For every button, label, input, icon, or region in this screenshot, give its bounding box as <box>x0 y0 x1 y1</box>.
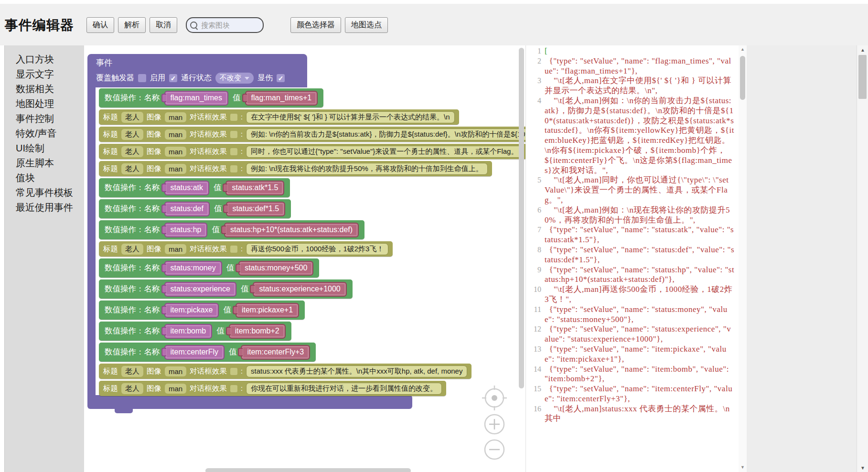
search-box[interactable] <box>186 17 264 33</box>
title-block[interactable]: 标题老人图像man对话框效果:你现在可以重新和我进行对话，进一步看到属性值的改变… <box>99 381 446 396</box>
confirm-button[interactable]: 确认 <box>86 17 114 33</box>
title-block[interactable]: 标题老人图像man对话框效果:在文字中使用${' ${ '}和 } 可以计算并显… <box>99 109 459 125</box>
image-field[interactable]: man <box>165 384 186 394</box>
name-field[interactable]: status:hp <box>164 223 208 237</box>
value-field[interactable]: status:money+500 <box>238 261 313 276</box>
sidebar-item[interactable]: 事件控制 <box>5 111 84 126</box>
sidebar-item[interactable]: 数据相关 <box>5 82 84 97</box>
dialog-text-field[interactable]: status:xxx 代表勇士的某个属性。\n其中xxx可取hp, atk, d… <box>246 365 467 377</box>
name-field[interactable]: flag:man_times <box>164 91 229 106</box>
page-scroll-down-icon[interactable]: ▼ <box>857 463 868 472</box>
dialog-text-field[interactable]: 再送你500金币，1000经验，1破2炸3飞！ <box>246 243 388 255</box>
name-field[interactable]: status:experience <box>164 282 236 297</box>
code-scrollbar-thumb[interactable] <box>740 56 745 100</box>
value-field[interactable]: status:experience+1000 <box>253 282 346 297</box>
zoom-in-button[interactable] <box>485 415 504 434</box>
sidebar-item[interactable]: UI绘制 <box>5 141 84 156</box>
reset-view-button[interactable] <box>482 386 507 410</box>
speaker-field[interactable]: 老人 <box>121 383 143 394</box>
speaker-field[interactable]: 老人 <box>121 129 143 140</box>
dialog-effect-checkbox[interactable] <box>230 368 237 375</box>
title-block[interactable]: 标题老人图像man对话框效果:例如: \n你的当前攻击力是${status:at… <box>99 127 525 142</box>
damage-checkbox[interactable]: ✓ <box>277 74 285 82</box>
sidebar-item[interactable]: 入口方块 <box>5 52 84 67</box>
setvalue-block[interactable]: 数值操作：名称status:atk值status:atk*1.5 <box>99 178 290 197</box>
value-field[interactable]: status:atk*1.5 <box>225 181 284 195</box>
speaker-field[interactable]: 老人 <box>121 244 143 255</box>
dialog-text-field[interactable]: 例如: \n现在我将让你的攻防提升50%，再将攻防和的十倍加到生命值上。 <box>246 163 488 175</box>
trigger-checkbox[interactable] <box>138 74 146 82</box>
speaker-field[interactable]: 老人 <box>121 163 143 174</box>
setvalue-block[interactable]: 数值操作：名称status:hp值status:hp+10*(status:at… <box>99 220 364 239</box>
image-field[interactable]: man <box>165 164 186 174</box>
setvalue-block[interactable]: 数值操作：名称item:centerFly值item:centerFly+3 <box>99 343 316 362</box>
enable-checkbox[interactable]: ✓ <box>169 74 177 82</box>
image-field[interactable]: man <box>165 244 186 254</box>
page-scrollbar[interactable]: ▲ ▼ <box>857 45 868 472</box>
dialog-text-field[interactable]: 在文字中使用${' ${ '}和 } 可以计算并显示一个表达式的结果。\n <box>246 111 455 123</box>
dialog-effect-checkbox[interactable] <box>230 165 237 172</box>
sidebar-item[interactable]: 地图处理 <box>5 97 84 111</box>
code-panel[interactable]: 1[2 {"type": "setValue", "name": "flag:m… <box>525 45 739 472</box>
name-field[interactable]: item:pickaxe <box>164 303 219 318</box>
code-scrollbar[interactable]: ▲ ▼ <box>739 45 747 472</box>
image-field[interactable]: man <box>165 112 186 122</box>
workspace-vscrollbar[interactable] <box>519 48 524 388</box>
zoom-out-button[interactable] <box>485 440 504 459</box>
sidebar-item[interactable]: 常见事件模板 <box>5 185 84 200</box>
dialog-effect-checkbox[interactable] <box>230 148 237 155</box>
sidebar-item[interactable]: 特效/声音 <box>5 126 84 141</box>
value-field[interactable]: status:hp+10*(status:atk+status:def) <box>224 223 359 237</box>
image-field[interactable]: man <box>165 129 186 139</box>
image-field[interactable]: man <box>165 147 186 157</box>
event-block-header[interactable]: 事件 覆盖触发器 启用 ✓ 通行状态 不改变 显伤 ✓ <box>87 54 307 87</box>
page-scrollbar-thumb[interactable] <box>858 55 867 99</box>
speaker-field[interactable]: 老人 <box>121 366 143 377</box>
value-field[interactable]: item:pickaxe+1 <box>236 303 299 318</box>
title-block[interactable]: 标题老人图像man对话框效果:同时，你也可以通过{"type": "setVal… <box>99 144 525 159</box>
scroll-up-icon[interactable]: ▲ <box>739 45 747 53</box>
name-field[interactable]: item:bomb <box>164 324 213 339</box>
search-input[interactable] <box>200 21 255 30</box>
event-block[interactable]: 事件 覆盖触发器 启用 ✓ 通行状态 不改变 显伤 ✓ 数值 <box>87 54 307 87</box>
value-field[interactable]: flag:man_times+1 <box>245 91 318 106</box>
sidebar-item[interactable]: 值块 <box>5 171 84 185</box>
name-field[interactable]: item:centerFly <box>164 345 225 360</box>
sidebar-item[interactable]: 原生脚本 <box>5 156 84 171</box>
title-block[interactable]: 标题老人图像man对话框效果:再送你500金币，1000经验，1破2炸3飞！ <box>99 241 393 257</box>
color-picker-button[interactable]: 颜色选择器 <box>290 17 341 33</box>
dialog-effect-checkbox[interactable] <box>230 385 237 392</box>
name-field[interactable]: status:money <box>164 261 222 276</box>
speaker-field[interactable]: 老人 <box>121 146 143 157</box>
dialog-effect-checkbox[interactable] <box>230 114 237 121</box>
setvalue-block[interactable]: 数值操作：名称item:bomb值item:bomb+2 <box>99 322 291 341</box>
setvalue-block[interactable]: 数值操作：名称status:money值status:money+500 <box>99 258 319 278</box>
map-pick-button[interactable]: 地图选点 <box>345 17 388 33</box>
dialog-text-field[interactable]: 例如: \n你的当前攻击力是${status:atk}，防御力是${status… <box>246 129 525 140</box>
title-block[interactable]: 标题老人图像man对话框效果:例如: \n现在我将让你的攻防提升50%，再将攻防… <box>99 161 492 176</box>
dialog-effect-checkbox[interactable] <box>230 131 237 138</box>
workspace-hscrollbar[interactable] <box>205 468 411 472</box>
setvalue-block[interactable]: 数值操作：名称flag:man_times值flag:man_times+1 <box>99 88 323 107</box>
page-scroll-up-icon[interactable]: ▲ <box>857 45 868 54</box>
sidebar-item[interactable]: 最近使用事件 <box>5 200 84 215</box>
name-field[interactable]: status:atk <box>164 181 209 195</box>
dialog-text-field[interactable]: 同时，你也可以通过{"type": "setValue"}来设置一个勇士的属性、… <box>246 146 523 158</box>
blockly-workspace[interactable]: 事件 覆盖触发器 启用 ✓ 通行状态 不改变 显伤 ✓ 数值 <box>84 45 525 472</box>
setvalue-block[interactable]: 数值操作：名称status:experience值status:experien… <box>99 279 353 299</box>
setvalue-block[interactable]: 数值操作：名称item:pickaxe值item:pickaxe+1 <box>99 300 305 320</box>
name-field[interactable]: status:def <box>164 202 210 216</box>
parse-button[interactable]: 解析 <box>118 17 146 33</box>
title-block[interactable]: 标题老人图像man对话框效果:status:xxx 代表勇士的某个属性。\n其中… <box>99 364 472 379</box>
pass-state-dropdown[interactable]: 不改变 <box>215 73 254 84</box>
speaker-field[interactable]: 老人 <box>121 112 143 123</box>
value-field[interactable]: item:bomb+2 <box>229 324 286 339</box>
scroll-down-icon[interactable]: ▼ <box>739 463 747 471</box>
value-field[interactable]: item:centerFly+3 <box>241 345 310 360</box>
dialog-text-field[interactable]: 你现在可以重新和我进行对话，进一步看到属性值的改变。 <box>246 383 442 395</box>
dialog-effect-checkbox[interactable] <box>230 246 237 253</box>
cancel-button[interactable]: 取消 <box>150 17 177 33</box>
image-field[interactable]: man <box>165 366 186 376</box>
setvalue-block[interactable]: 数值操作：名称status:def值status:def*1.5 <box>99 199 291 218</box>
value-field[interactable]: status:def*1.5 <box>226 202 285 216</box>
